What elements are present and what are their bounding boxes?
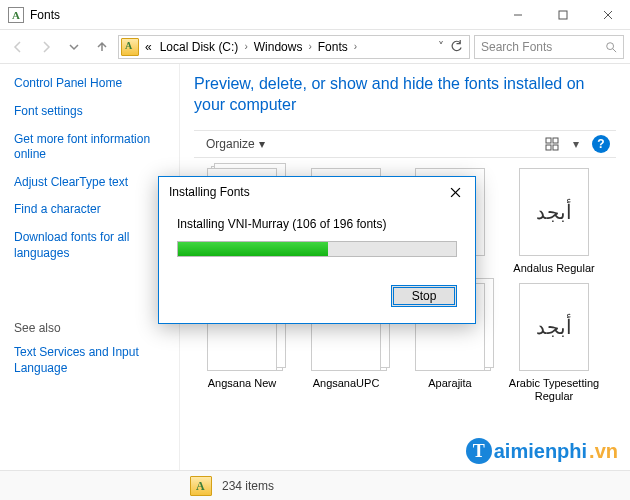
- sidebar-link-cleartype[interactable]: Adjust ClearType text: [14, 175, 165, 191]
- sidebar-link-text-services[interactable]: Text Services and Input Language: [14, 345, 165, 376]
- app-icon: A: [8, 7, 24, 23]
- sidebar-link-download-fonts[interactable]: Download fonts for all languages: [14, 230, 165, 261]
- stop-button[interactable]: Stop: [391, 285, 457, 307]
- dropdown-icon[interactable]: ˅: [438, 40, 444, 54]
- dialog-message: Installing VNI-Murray (106 of 196 fonts): [177, 217, 457, 231]
- organize-button[interactable]: Organize ▾: [200, 135, 271, 153]
- breadcrumb-item[interactable]: Local Disk (C:): [158, 40, 241, 54]
- folder-icon: [190, 476, 212, 496]
- font-label: Andalus Regular: [513, 262, 594, 275]
- sidebar-link-font-settings[interactable]: Font settings: [14, 104, 165, 120]
- page-heading: Preview, delete, or show and hide the fo…: [194, 74, 616, 116]
- navbar: « Local Disk (C:) › Windows › Fonts › ˅ …: [0, 30, 630, 64]
- toolbar: Organize ▾ ▾ ?: [194, 130, 616, 158]
- sidebar-heading[interactable]: Control Panel Home: [14, 76, 165, 90]
- font-thumbnail: أبجد: [519, 168, 589, 256]
- chevron-right-icon[interactable]: ›: [244, 41, 247, 52]
- sidebar-link-more-info[interactable]: Get more font information online: [14, 132, 165, 163]
- folder-icon: [121, 38, 139, 56]
- address-bar[interactable]: « Local Disk (C:) › Windows › Fonts › ˅: [118, 35, 470, 59]
- nav-history-dropdown[interactable]: [62, 35, 86, 59]
- dropdown-icon: ▾: [259, 137, 265, 151]
- search-input[interactable]: Search Fonts: [474, 35, 624, 59]
- svg-rect-1: [559, 11, 567, 19]
- help-button[interactable]: ?: [592, 135, 610, 153]
- installing-fonts-dialog: Installing Fonts Installing VNI-Murray (…: [158, 176, 476, 324]
- nav-back-button[interactable]: [6, 35, 30, 59]
- organize-label: Organize: [206, 137, 255, 151]
- svg-rect-6: [546, 138, 551, 143]
- watermark-text: aimienphi: [494, 440, 587, 463]
- font-thumbnail: أبجد: [519, 283, 589, 371]
- svg-line-5: [613, 48, 616, 51]
- dialog-body: Installing VNI-Murray (106 of 196 fonts)…: [159, 207, 475, 323]
- close-button[interactable]: [585, 0, 630, 29]
- svg-rect-8: [546, 145, 551, 150]
- titlebar: A Fonts: [0, 0, 630, 30]
- breadcrumb-prefix: «: [143, 40, 154, 54]
- font-item[interactable]: أبجد Arabic Typesetting Regular: [506, 283, 602, 403]
- breadcrumb-item[interactable]: Windows: [252, 40, 305, 54]
- watermark: T aimienphi.vn: [466, 438, 618, 464]
- see-also-heading: See also: [14, 321, 165, 335]
- search-icon: [605, 41, 617, 53]
- font-label: Angsana New: [208, 377, 277, 390]
- font-item[interactable]: أبجد Andalus Regular: [506, 168, 602, 275]
- progress-bar: [177, 241, 457, 257]
- dialog-close-button[interactable]: [445, 182, 465, 202]
- dialog-title: Installing Fonts: [169, 185, 250, 199]
- search-placeholder: Search Fonts: [481, 40, 552, 54]
- statusbar: 234 items: [0, 470, 630, 500]
- svg-rect-7: [553, 138, 558, 143]
- nav-up-button[interactable]: [90, 35, 114, 59]
- refresh-icon[interactable]: [450, 40, 463, 53]
- breadcrumb-item[interactable]: Fonts: [316, 40, 350, 54]
- progress-fill: [178, 242, 328, 256]
- window-title: Fonts: [30, 8, 495, 22]
- sidebar-link-find-char[interactable]: Find a character: [14, 202, 165, 218]
- view-dropdown-icon[interactable]: ▾: [564, 133, 588, 155]
- maximize-button[interactable]: [540, 0, 585, 29]
- svg-point-4: [607, 42, 614, 49]
- sidebar: Control Panel Home Font settings Get mor…: [0, 64, 180, 470]
- svg-rect-9: [553, 145, 558, 150]
- font-label: Aparajita: [428, 377, 471, 390]
- font-label: AngsanaUPC: [313, 377, 380, 390]
- view-options-button[interactable]: [540, 133, 564, 155]
- chevron-right-icon[interactable]: ›: [308, 41, 311, 52]
- watermark-logo: T: [466, 438, 492, 464]
- minimize-button[interactable]: [495, 0, 540, 29]
- nav-forward-button[interactable]: [34, 35, 58, 59]
- font-label: Arabic Typesetting Regular: [507, 377, 601, 403]
- chevron-right-icon[interactable]: ›: [354, 41, 357, 52]
- watermark-tail: .vn: [589, 440, 618, 463]
- dialog-titlebar: Installing Fonts: [159, 177, 475, 207]
- window-controls: [495, 0, 630, 29]
- status-count: 234 items: [222, 479, 274, 493]
